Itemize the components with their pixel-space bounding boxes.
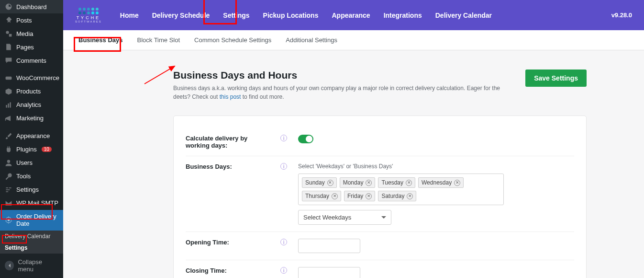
business-days-chips: Sunday✕Monday✕Tuesday✕Wednesday✕Thursday…	[298, 174, 504, 205]
brush-icon	[5, 132, 12, 140]
svg-rect-9	[6, 191, 8, 192]
sidebar-item-pages[interactable]: Pages	[0, 40, 63, 54]
svg-point-10	[8, 219, 10, 221]
remove-chip-icon[interactable]: ✕	[406, 180, 412, 186]
svg-rect-1	[6, 77, 12, 80]
sidebar-label: WooCommerce	[16, 74, 59, 81]
sidebar-label: Pages	[16, 44, 34, 51]
sidebar-label: Plugins	[16, 146, 37, 153]
page-title: Business Days and Hours	[173, 70, 511, 81]
plugins-count-badge: 10	[42, 147, 52, 152]
sidebar-label: Users	[16, 159, 33, 166]
svg-rect-7	[9, 187, 11, 188]
sidebar-item-dashboard[interactable]: Dashboard	[0, 0, 63, 13]
marketing-icon	[5, 115, 12, 122]
dashboard-icon	[5, 3, 12, 11]
sidebar-item-users[interactable]: Users	[0, 156, 63, 170]
nav-appearance[interactable]: Appearance	[332, 12, 370, 19]
info-icon[interactable]: i	[280, 135, 287, 141]
nav-integrations[interactable]: Integrations	[384, 12, 422, 19]
svg-point-0	[6, 31, 9, 34]
collapse-menu-button[interactable]: Collapse menu	[0, 254, 63, 278]
business-days-label: Business Days:	[186, 163, 269, 170]
sidebar-subitem-delivery-calendar[interactable]: Delivery Calendar	[0, 231, 63, 242]
remove-chip-icon[interactable]: ✕	[366, 193, 372, 199]
settings-sub-tabs: Business Days Block Time Slot Common Sch…	[63, 30, 644, 50]
sidebar-item-appearance[interactable]: Appearance	[0, 129, 63, 143]
svg-point-5	[7, 160, 10, 162]
sidebar-item-tools[interactable]: Tools	[0, 170, 63, 183]
sidebar-item-plugins[interactable]: Plugins 10	[0, 143, 63, 156]
sidebar-subitem-settings[interactable]: Settings	[0, 242, 63, 254]
sidebar-item-settings[interactable]: Settings	[0, 183, 63, 197]
collapse-label: Collapse menu	[18, 258, 58, 273]
sidebar-item-order-delivery-date[interactable]: Order Delivery Date	[0, 210, 63, 231]
tab-business-days[interactable]: Business Days	[78, 31, 123, 49]
sidebar-item-posts[interactable]: Posts	[0, 13, 63, 27]
day-chip[interactable]: Friday✕	[344, 191, 375, 201]
closing-time-label: Closing Time:	[186, 267, 269, 274]
day-chip[interactable]: Tuesday✕	[378, 177, 415, 188]
sidebar-item-comments[interactable]: Comments	[0, 54, 63, 67]
day-chip[interactable]: Saturday✕	[378, 191, 416, 201]
svg-rect-6	[6, 187, 8, 188]
info-icon[interactable]: i	[280, 267, 287, 274]
tab-additional[interactable]: Additional Settings	[286, 31, 337, 49]
remove-chip-icon[interactable]: ✕	[327, 180, 333, 186]
brand-sub: SOFTWARES	[75, 20, 102, 23]
info-icon[interactable]: i	[280, 163, 287, 170]
sidebar-item-woocommerce[interactable]: WooCommerce	[0, 71, 63, 85]
plugin-version: v9.28.0	[611, 12, 632, 19]
calc-delivery-label: Calculate delivery by working days:	[186, 135, 269, 149]
remove-chip-icon[interactable]: ✕	[407, 193, 413, 199]
nav-delivery-schedule[interactable]: Delivery Schedule	[152, 12, 210, 19]
remove-chip-icon[interactable]: ✕	[454, 180, 460, 186]
collapse-icon	[5, 261, 14, 270]
sidebar-label: Settings	[16, 186, 39, 193]
nav-home[interactable]: Home	[120, 12, 139, 19]
tab-common-schedule[interactable]: Common Schedule Settings	[194, 31, 271, 49]
sidebar-item-wpmailsmtp[interactable]: WP Mail SMTP	[0, 197, 63, 210]
calc-delivery-toggle[interactable]	[298, 135, 313, 143]
wp-admin-sidebar: Dashboard Posts Media Pages Comments Woo…	[0, 0, 63, 278]
settings-panel: Calculate delivery by working days: i Bu…	[173, 116, 587, 278]
save-settings-button[interactable]: Save Settings	[525, 70, 587, 87]
sidebar-label: WP Mail SMTP	[16, 199, 58, 207]
sidebar-label: Order Delivery Date	[16, 213, 58, 228]
day-chip[interactable]: Thursday✕	[302, 191, 341, 201]
sidebar-label: Comments	[16, 57, 46, 64]
info-icon[interactable]: i	[280, 239, 287, 245]
sidebar-label: Media	[16, 30, 33, 37]
nav-delivery-calendar[interactable]: Delivery Calendar	[435, 12, 492, 19]
user-icon	[5, 159, 12, 167]
opening-time-label: Opening Time:	[186, 239, 269, 246]
this-post-link[interactable]: this post	[220, 93, 241, 100]
nav-settings[interactable]: Settings	[223, 12, 249, 19]
pin-icon	[5, 16, 12, 24]
day-chip[interactable]: Wednesday✕	[418, 177, 464, 188]
tab-block-time-slot[interactable]: Block Time Slot	[137, 31, 180, 49]
day-chip[interactable]: Monday✕	[340, 177, 376, 188]
select-weekdays-dropdown[interactable]: Select Weekdays	[298, 210, 391, 225]
svg-rect-2	[6, 105, 7, 108]
sidebar-item-analytics[interactable]: Analytics	[0, 98, 63, 112]
media-icon	[5, 30, 12, 37]
sidebar-item-media[interactable]: Media	[0, 27, 63, 40]
day-chip[interactable]: Sunday✕	[302, 177, 337, 188]
opening-time-input[interactable]	[298, 239, 360, 253]
closing-time-input[interactable]	[298, 267, 360, 278]
sidebar-item-products[interactable]: Products	[0, 85, 63, 98]
settings-icon	[5, 186, 12, 194]
tools-icon	[5, 173, 12, 180]
plugin-top-nav: TYCHE SOFTWARES Home Delivery Schedule S…	[63, 0, 644, 30]
svg-rect-8	[6, 189, 10, 190]
remove-chip-icon[interactable]: ✕	[332, 193, 338, 199]
nav-pickup-locations[interactable]: Pickup Locations	[263, 12, 319, 19]
svg-rect-4	[10, 102, 11, 107]
woo-icon	[5, 74, 12, 82]
comment-icon	[5, 57, 12, 64]
brand-name: TYCHE	[77, 16, 101, 20]
sidebar-item-marketing[interactable]: Marketing	[0, 112, 63, 125]
remove-chip-icon[interactable]: ✕	[366, 180, 372, 186]
mail-icon	[5, 199, 12, 207]
